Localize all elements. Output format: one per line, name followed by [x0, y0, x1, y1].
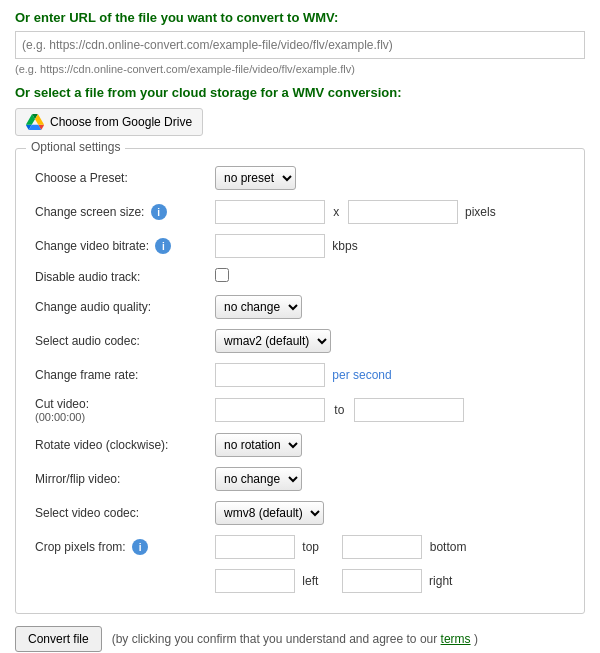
rotate-control: no rotation 90° 180° 270°	[211, 428, 569, 462]
url-section-label: Or enter URL of the file you want to con…	[15, 10, 585, 25]
crop-right-label: right	[429, 574, 452, 588]
mirror-control: no change horizontal vertical	[211, 462, 569, 496]
crop-bottom-label: bottom	[430, 540, 467, 554]
terms-link[interactable]: terms	[441, 632, 471, 646]
cut-video-label: Cut video: (00:00:00)	[31, 392, 211, 428]
bitrate-control: kbps	[211, 229, 569, 263]
audio-codec-label: Select audio codec:	[31, 324, 211, 358]
audio-codec-row: Select audio codec: wmav2 (default)	[31, 324, 569, 358]
google-drive-icon	[26, 114, 44, 130]
url-placeholder-text: (e.g. https://cdn.online-convert.com/exa…	[15, 63, 585, 75]
rotate-select[interactable]: no rotation 90° 180° 270°	[215, 433, 302, 457]
screen-width-input[interactable]	[215, 200, 325, 224]
mirror-select[interactable]: no change horizontal vertical	[215, 467, 302, 491]
audio-quality-select[interactable]: no change	[215, 295, 302, 319]
screen-size-info-icon[interactable]: i	[151, 204, 167, 220]
crop-row2-empty	[31, 564, 211, 598]
crop-top-label: top	[302, 540, 319, 554]
crop-info-icon[interactable]: i	[132, 539, 148, 555]
crop-control-1: top bottom	[211, 530, 569, 564]
frame-rate-label: Change frame rate:	[31, 358, 211, 392]
bitrate-label: Change video bitrate: i	[31, 229, 211, 263]
mirror-label: Mirror/flip video:	[31, 462, 211, 496]
x-label: x	[333, 205, 339, 219]
video-codec-control: wmv8 (default) wmv7	[211, 496, 569, 530]
screen-size-control: x pixels	[211, 195, 569, 229]
optional-settings-box: Optional settings Choose a Preset: no pr…	[15, 148, 585, 614]
audio-codec-control: wmav2 (default)	[211, 324, 569, 358]
cut-video-row: Cut video: (00:00:00) to	[31, 392, 569, 428]
disable-audio-row: Disable audio track:	[31, 263, 569, 290]
audio-quality-label: Change audio quality:	[31, 290, 211, 324]
rotate-row: Rotate video (clockwise): no rotation 90…	[31, 428, 569, 462]
kbps-label: kbps	[332, 239, 357, 253]
crop-row-1: Crop pixels from: i top bottom	[31, 530, 569, 564]
screen-size-label: Change screen size: i	[31, 195, 211, 229]
bitrate-row: Change video bitrate: i kbps	[31, 229, 569, 263]
settings-table: Choose a Preset: no preset Change screen…	[31, 161, 569, 598]
crop-row-2: left right	[31, 564, 569, 598]
preset-control: no preset	[211, 161, 569, 195]
preset-row: Choose a Preset: no preset	[31, 161, 569, 195]
crop-left-input[interactable]	[215, 569, 295, 593]
terms-text: (by clicking you confirm that you unders…	[112, 630, 478, 648]
disable-audio-label: Disable audio track:	[31, 263, 211, 290]
to-label: to	[334, 403, 344, 417]
crop-control-2: left right	[211, 564, 569, 598]
crop-label: Crop pixels from: i	[31, 530, 211, 564]
url-input[interactable]	[15, 31, 585, 59]
cut-timecode: (00:00:00)	[35, 411, 207, 423]
cloud-section-label: Or select a file from your cloud storage…	[15, 85, 585, 100]
google-drive-button[interactable]: Choose from Google Drive	[15, 108, 203, 136]
google-drive-label: Choose from Google Drive	[50, 115, 192, 129]
audio-quality-control: no change	[211, 290, 569, 324]
crop-right-input[interactable]	[342, 569, 422, 593]
frame-rate-row: Change frame rate: per second	[31, 358, 569, 392]
preset-select[interactable]: no preset	[215, 166, 296, 190]
crop-bottom-input[interactable]	[342, 535, 422, 559]
disable-audio-control	[211, 263, 569, 290]
crop-top-input[interactable]	[215, 535, 295, 559]
audio-quality-row: Change audio quality: no change	[31, 290, 569, 324]
bitrate-info-icon[interactable]: i	[155, 238, 171, 254]
frame-rate-input[interactable]	[215, 363, 325, 387]
page-wrapper: Or enter URL of the file you want to con…	[0, 0, 600, 653]
screen-height-input[interactable]	[348, 200, 458, 224]
screen-size-row: Change screen size: i x pixels	[31, 195, 569, 229]
crop-left-label: left	[302, 574, 318, 588]
cut-to-input[interactable]	[354, 398, 464, 422]
disable-audio-checkbox[interactable]	[215, 268, 229, 282]
convert-button[interactable]: Convert file	[15, 626, 102, 652]
optional-settings-legend: Optional settings	[26, 140, 125, 154]
video-codec-label: Select video codec:	[31, 496, 211, 530]
rotate-label: Rotate video (clockwise):	[31, 428, 211, 462]
per-second-label: per second	[332, 368, 391, 382]
cut-video-control: to	[211, 392, 569, 428]
frame-rate-control: per second	[211, 358, 569, 392]
audio-codec-select[interactable]: wmav2 (default)	[215, 329, 331, 353]
video-codec-select[interactable]: wmv8 (default) wmv7	[215, 501, 324, 525]
video-codec-row: Select video codec: wmv8 (default) wmv7	[31, 496, 569, 530]
bitrate-input[interactable]	[215, 234, 325, 258]
cut-from-input[interactable]	[215, 398, 325, 422]
pixels-label: pixels	[465, 205, 496, 219]
mirror-row: Mirror/flip video: no change horizontal …	[31, 462, 569, 496]
preset-label: Choose a Preset:	[31, 161, 211, 195]
convert-section: Convert file (by clicking you confirm th…	[15, 626, 585, 652]
